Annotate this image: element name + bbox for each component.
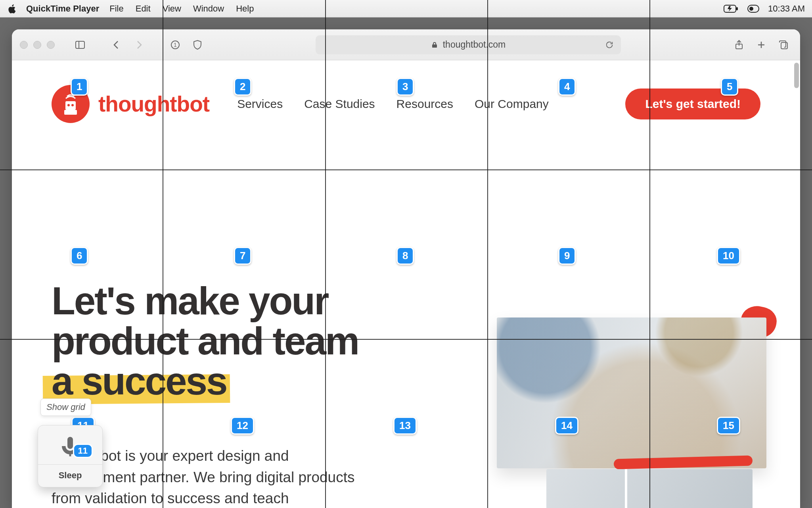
microphone-status[interactable]: 11 <box>38 425 102 464</box>
nav-case-studies[interactable]: Case Studies <box>304 97 375 111</box>
address-bar[interactable]: thoughtbot.com <box>316 35 621 54</box>
reload-icon[interactable] <box>605 40 614 49</box>
minimize-window-icon[interactable] <box>33 41 41 49</box>
svg-point-14 <box>71 104 74 106</box>
window-traffic-lights[interactable] <box>20 41 55 49</box>
primary-nav: Services Case Studies Resources Our Comp… <box>237 97 549 111</box>
apple-logo-icon <box>7 4 17 14</box>
menu-view[interactable]: View <box>163 4 181 14</box>
menubar-app-name: QuickTime Player <box>26 4 99 14</box>
privacy-report-button[interactable]: 1 <box>167 36 184 54</box>
menu-file[interactable]: File <box>109 4 123 14</box>
back-button[interactable] <box>108 36 125 54</box>
hero-line-3-highlighted: a success <box>52 361 227 401</box>
menubar-clock: 10:33 AM <box>768 4 805 14</box>
grid-cell-badge: 11 <box>73 444 93 458</box>
svg-rect-15 <box>64 110 77 115</box>
get-started-button[interactable]: Let's get started! <box>625 89 760 119</box>
forward-button <box>130 36 147 54</box>
hero-headline: Let's make your product and team a succe… <box>52 281 358 401</box>
nav-resources[interactable]: Resources <box>396 97 453 111</box>
menu-help[interactable]: Help <box>236 4 254 14</box>
nav-our-company[interactable]: Our Company <box>475 97 549 111</box>
menubar-status: 10:33 AM <box>724 4 805 14</box>
url-host-label: thoughtbot.com <box>443 39 506 50</box>
svg-rect-12 <box>65 101 76 110</box>
svg-point-3 <box>749 7 753 11</box>
tooltip-show-grid: Show grid <box>40 398 91 416</box>
tab-overview-button[interactable] <box>775 36 792 54</box>
share-button[interactable] <box>730 36 748 54</box>
hero-image-secondary <box>546 469 753 508</box>
control-center-icon[interactable] <box>747 5 759 13</box>
voice-control-widget[interactable]: 11 Sleep <box>38 425 103 487</box>
hero-image <box>497 318 766 468</box>
svg-rect-11 <box>781 42 787 49</box>
sidebar-toggle-button[interactable] <box>71 36 89 54</box>
menu-edit[interactable]: Edit <box>136 4 151 14</box>
nav-services[interactable]: Services <box>237 97 283 111</box>
menu-window[interactable]: Window <box>193 4 224 14</box>
svg-point-13 <box>67 104 70 106</box>
voice-state-label[interactable]: Sleep <box>38 464 102 487</box>
svg-text:1: 1 <box>174 42 177 48</box>
lock-icon <box>431 41 438 48</box>
zoom-window-icon[interactable] <box>47 41 55 49</box>
battery-icon <box>724 4 739 13</box>
close-window-icon[interactable] <box>20 41 28 49</box>
webpage-viewport: thoughtbot Services Case Studies Resourc… <box>12 60 800 508</box>
svg-rect-1 <box>736 7 738 10</box>
safari-window: 1 thoughtbot.com <box>12 29 800 508</box>
brand-name: thoughtbot <box>98 91 209 117</box>
new-tab-button[interactable] <box>753 36 770 54</box>
hero-line-2: product and team <box>52 319 358 363</box>
macos-menubar: QuickTime Player File Edit View Window H… <box>0 0 812 17</box>
site-header: thoughtbot Services Case Studies Resourc… <box>12 60 800 148</box>
brand-logo[interactable]: thoughtbot <box>52 85 209 123</box>
shield-icon[interactable] <box>189 36 206 54</box>
robot-logo-icon <box>52 85 90 123</box>
svg-rect-4 <box>76 41 84 48</box>
hero-line-1: Let's make your <box>52 279 328 323</box>
safari-toolbar: 1 thoughtbot.com <box>12 29 800 60</box>
browser-frame: 1 thoughtbot.com <box>0 17 812 508</box>
